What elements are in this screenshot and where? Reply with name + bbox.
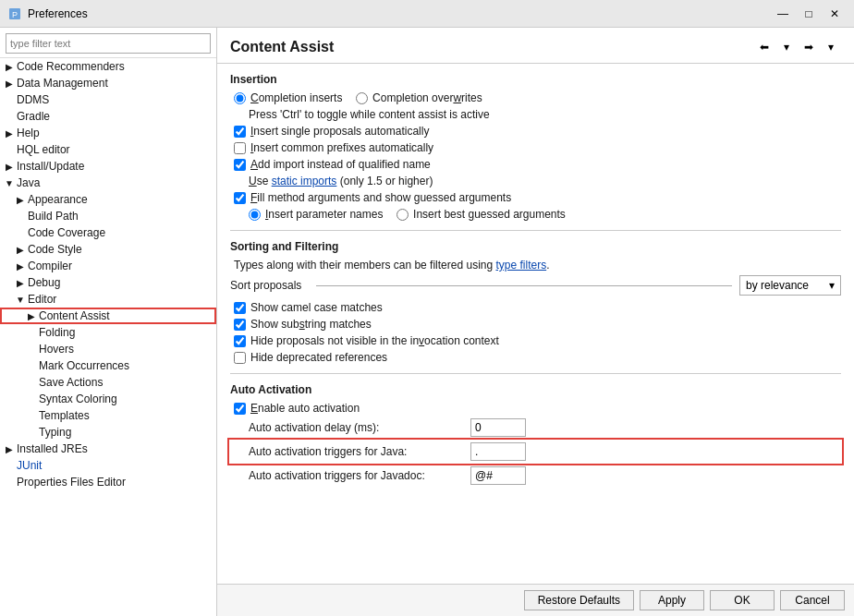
ctrl-hint-label: Press 'Ctrl' to toggle while content ass… — [249, 108, 490, 121]
sidebar-item-syntax-coloring[interactable]: ▶ Syntax Coloring — [0, 391, 216, 407]
content-body: Insertion Completion inserts Completion … — [217, 64, 854, 584]
hide-deprecated-checkbox[interactable] — [234, 352, 246, 364]
filter-box — [0, 28, 216, 58]
restore-defaults-button[interactable]: Restore Defaults — [524, 590, 634, 610]
auto-activation-section-title: Auto Activation — [230, 383, 841, 396]
sidebar-item-label: Install/Update — [17, 160, 84, 173]
dropdown-button[interactable]: ▾ — [776, 37, 797, 57]
sidebar-item-label: Templates — [39, 409, 90, 422]
insert-common-checkbox[interactable] — [234, 142, 246, 154]
sidebar-item-label: HQL editor — [17, 143, 70, 156]
sidebar-item-label: Gradle — [17, 110, 50, 123]
insert-single-row: Insert single proposals automatically — [230, 125, 841, 138]
sidebar-item-ddms[interactable]: ▶ DDMS — [0, 91, 216, 108]
add-import-row: Add import instead of qualified name — [230, 158, 841, 171]
sidebar-item-code-coverage[interactable]: ▶ Code Coverage — [0, 224, 216, 241]
camel-case-checkbox[interactable] — [234, 302, 246, 314]
forward-dropdown-button[interactable]: ▾ — [821, 37, 841, 57]
chevron-right-icon: ▶ — [4, 78, 15, 89]
camel-case-label: Show camel case matches — [250, 301, 383, 314]
enable-auto-activation-row: Enable auto activation — [230, 402, 841, 415]
chevron-right-icon: ▶ — [26, 310, 37, 321]
sidebar-item-templates[interactable]: ▶ Templates — [0, 407, 216, 424]
insert-best-radio[interactable] — [396, 209, 409, 221]
sidebar-item-label: Editor — [28, 293, 56, 306]
sidebar-item-mark-occurrences[interactable]: ▶ Mark Occurrences — [0, 357, 216, 374]
delay-input[interactable] — [470, 418, 526, 437]
fill-method-row: Fill method arguments and show guessed a… — [230, 191, 841, 204]
java-triggers-input[interactable] — [470, 442, 526, 461]
hide-proposals-checkbox[interactable] — [234, 335, 246, 347]
sidebar-item-debug[interactable]: ▶ Debug — [0, 274, 216, 291]
sidebar-item-data-management[interactable]: ▶ Data Management — [0, 75, 216, 91]
sidebar-item-installed-jres[interactable]: ▶ Installed JREs — [0, 441, 216, 457]
sidebar-item-save-actions[interactable]: ▶ Save Actions — [0, 374, 216, 391]
javadoc-triggers-input[interactable] — [470, 466, 526, 485]
sidebar-item-junit[interactable]: ▶ JUnit — [0, 457, 216, 474]
divider-2 — [230, 373, 841, 374]
minimize-button[interactable]: — — [771, 4, 795, 24]
hide-deprecated-row: Hide deprecated references — [230, 351, 841, 364]
sidebar-item-label: Content Assist — [39, 309, 110, 322]
sidebar-item-label: Installed JREs — [17, 442, 88, 455]
insert-single-checkbox[interactable] — [234, 126, 246, 138]
filter-input[interactable] — [6, 33, 211, 54]
sidebar-item-java[interactable]: ▼ Java — [0, 175, 216, 191]
javadoc-triggers-label: Auto activation triggers for Javadoc: — [249, 469, 470, 482]
close-button[interactable]: ✕ — [823, 4, 847, 24]
tree-container: ▶ Code Recommenders ▶ Data Management ▶ … — [0, 58, 216, 616]
chevron-right-icon: ▶ — [15, 260, 26, 272]
completion-inserts-radio[interactable] — [234, 92, 246, 104]
forward-button[interactable]: ➡ — [799, 37, 819, 57]
toolbar: ⬅ ▾ ➡ ▾ — [754, 37, 841, 57]
apply-button[interactable]: Apply — [640, 590, 704, 610]
sidebar-item-compiler[interactable]: ▶ Compiler — [0, 258, 216, 274]
window-controls: — □ ✕ — [771, 4, 847, 24]
add-import-checkbox[interactable] — [234, 159, 246, 171]
substring-row: Show substring matches — [230, 318, 841, 331]
sidebar-item-help[interactable]: ▶ Help — [0, 125, 216, 141]
dialog-buttons: Restore Defaults Apply OK Cancel — [217, 584, 854, 616]
sidebar-item-label: Compiler — [28, 260, 72, 272]
sidebar-item-gradle[interactable]: ▶ Gradle — [0, 108, 216, 125]
sidebar-item-code-recommenders[interactable]: ▶ Code Recommenders — [0, 58, 216, 75]
chevron-down-icon: ▼ — [4, 177, 15, 188]
chevron-right-icon: ▶ — [15, 244, 26, 255]
main-container: ▶ Code Recommenders ▶ Data Management ▶ … — [0, 28, 854, 616]
sidebar: ▶ Code Recommenders ▶ Data Management ▶ … — [0, 28, 217, 616]
panel-title: Content Assist — [230, 39, 334, 55]
fill-method-label: Fill method arguments and show guessed a… — [250, 191, 511, 204]
enable-auto-activation-checkbox[interactable] — [234, 403, 246, 415]
sidebar-item-install-update[interactable]: ▶ Install/Update — [0, 158, 216, 175]
hide-proposals-label: Hide proposals not visible in the invoca… — [250, 334, 499, 347]
sidebar-item-content-assist[interactable]: ▶ Content Assist — [0, 308, 216, 324]
svg-text:P: P — [12, 10, 18, 19]
sidebar-item-label: Java — [17, 176, 40, 189]
title-bar: P Preferences — □ ✕ — [0, 0, 854, 28]
sidebar-item-code-style[interactable]: ▶ Code Style — [0, 241, 216, 258]
static-imports-link[interactable]: static imports — [272, 175, 337, 187]
ok-button[interactable]: OK — [710, 590, 775, 610]
fill-method-checkbox[interactable] — [234, 192, 246, 204]
sidebar-item-label: Syntax Coloring — [39, 393, 117, 405]
window-title: Preferences — [28, 7, 771, 20]
sorting-section-title: Sorting and Filtering — [230, 240, 841, 253]
substring-checkbox[interactable] — [234, 319, 246, 331]
sidebar-item-build-path[interactable]: ▶ Build Path — [0, 208, 216, 224]
sidebar-item-editor[interactable]: ▼ Editor — [0, 291, 216, 308]
java-triggers-row: Auto activation triggers for Java: — [230, 441, 841, 463]
cancel-button[interactable]: Cancel — [780, 590, 845, 610]
completion-overwrites-radio[interactable] — [356, 92, 368, 104]
back-button[interactable]: ⬅ — [754, 37, 775, 57]
sidebar-item-typing[interactable]: ▶ Typing — [0, 424, 216, 441]
sidebar-item-folding[interactable]: ▶ Folding — [0, 324, 216, 341]
insert-params-radio[interactable] — [249, 209, 261, 221]
sort-dropdown[interactable]: by relevance ▾ — [739, 275, 841, 296]
sidebar-item-hovers[interactable]: ▶ Hovers — [0, 341, 216, 357]
type-filters-link[interactable]: type filters — [495, 259, 546, 272]
sidebar-item-hql-editor[interactable]: ▶ HQL editor — [0, 141, 216, 158]
sidebar-item-label: Mark Occurrences — [39, 359, 129, 372]
sidebar-item-appearance[interactable]: ▶ Appearance — [0, 191, 216, 208]
maximize-button[interactable]: □ — [797, 4, 821, 24]
sidebar-item-properties-files-editor[interactable]: ▶ Properties Files Editor — [0, 474, 216, 490]
